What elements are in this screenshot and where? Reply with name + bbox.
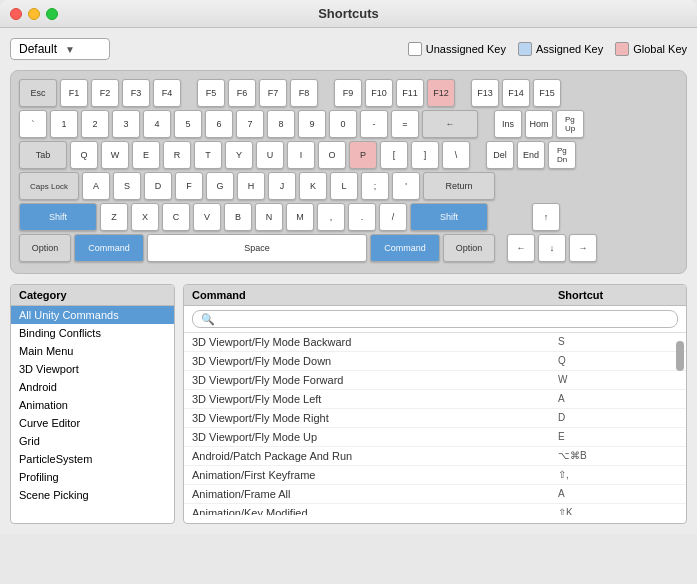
key-f4[interactable]: F4 xyxy=(153,79,181,107)
key-pgdn[interactable]: PgDn xyxy=(548,141,576,169)
key-h[interactable]: H xyxy=(237,172,265,200)
key-f2[interactable]: F2 xyxy=(91,79,119,107)
category-item-android[interactable]: Android xyxy=(11,378,174,396)
key-capslock[interactable]: Caps Lock xyxy=(19,172,79,200)
key-f6[interactable]: F6 xyxy=(228,79,256,107)
key-tab[interactable]: Tab xyxy=(19,141,67,169)
key-delete[interactable]: Del xyxy=(486,141,514,169)
key-k[interactable]: K xyxy=(299,172,327,200)
key-1[interactable]: 1 xyxy=(50,110,78,138)
key-f5[interactable]: F5 xyxy=(197,79,225,107)
key-f1[interactable]: F1 xyxy=(60,79,88,107)
category-item-profiling[interactable]: Profiling xyxy=(11,468,174,486)
key-9[interactable]: 9 xyxy=(298,110,326,138)
key-w[interactable]: W xyxy=(101,141,129,169)
key-period[interactable]: . xyxy=(348,203,376,231)
key-command-left[interactable]: Command xyxy=(74,234,144,262)
key-f[interactable]: F xyxy=(175,172,203,200)
key-i[interactable]: I xyxy=(287,141,315,169)
commands-list[interactable]: 3D Viewport/Fly Mode Backward S 3D Viewp… xyxy=(184,333,686,515)
key-n[interactable]: N xyxy=(255,203,283,231)
key-q[interactable]: Q xyxy=(70,141,98,169)
key-left[interactable]: ← xyxy=(507,234,535,262)
key-f3[interactable]: F3 xyxy=(122,79,150,107)
key-s[interactable]: S xyxy=(113,172,141,200)
key-shift-left[interactable]: Shift xyxy=(19,203,97,231)
key-home[interactable]: Hom xyxy=(525,110,553,138)
key-p[interactable]: P xyxy=(349,141,377,169)
category-item-grid[interactable]: Grid xyxy=(11,432,174,450)
key-4[interactable]: 4 xyxy=(143,110,171,138)
key-f14[interactable]: F14 xyxy=(502,79,530,107)
table-row[interactable]: 3D Viewport/Fly Mode Right D xyxy=(184,409,686,428)
table-row[interactable]: 3D Viewport/Fly Mode Forward W xyxy=(184,371,686,390)
key-x[interactable]: X xyxy=(131,203,159,231)
key-6[interactable]: 6 xyxy=(205,110,233,138)
key-f12[interactable]: F12 xyxy=(427,79,455,107)
key-right[interactable]: → xyxy=(569,234,597,262)
key-m[interactable]: M xyxy=(286,203,314,231)
close-button[interactable] xyxy=(10,8,22,20)
table-row[interactable]: 3D Viewport/Fly Mode Left A xyxy=(184,390,686,409)
key-u[interactable]: U xyxy=(256,141,284,169)
key-option-left[interactable]: Option xyxy=(19,234,71,262)
key-lbracket[interactable]: [ xyxy=(380,141,408,169)
category-list[interactable]: All Unity Commands Binding Conflicts Mai… xyxy=(11,306,174,519)
key-equals[interactable]: = xyxy=(391,110,419,138)
key-semicolon[interactable]: ; xyxy=(361,172,389,200)
preset-dropdown[interactable]: Default ▼ xyxy=(10,38,110,60)
table-row[interactable]: 3D Viewport/Fly Mode Backward S xyxy=(184,333,686,352)
category-item-animation[interactable]: Animation xyxy=(11,396,174,414)
key-f15[interactable]: F15 xyxy=(533,79,561,107)
key-return[interactable]: Return xyxy=(423,172,495,200)
key-down[interactable]: ↓ xyxy=(538,234,566,262)
minimize-button[interactable] xyxy=(28,8,40,20)
key-l[interactable]: L xyxy=(330,172,358,200)
key-backslash[interactable]: \ xyxy=(442,141,470,169)
maximize-button[interactable] xyxy=(46,8,58,20)
key-2[interactable]: 2 xyxy=(81,110,109,138)
key-f10[interactable]: F10 xyxy=(365,79,393,107)
key-comma[interactable]: , xyxy=(317,203,345,231)
table-row[interactable]: Android/Patch Package And Run ⌥⌘B xyxy=(184,447,686,466)
category-item-binding-conflicts[interactable]: Binding Conflicts xyxy=(11,324,174,342)
category-item-particle-system[interactable]: ParticleSystem xyxy=(11,450,174,468)
key-3[interactable]: 3 xyxy=(112,110,140,138)
key-f13[interactable]: F13 xyxy=(471,79,499,107)
category-item-3d-viewport[interactable]: 3D Viewport xyxy=(11,360,174,378)
key-a[interactable]: A xyxy=(82,172,110,200)
scrollbar-thumb[interactable] xyxy=(676,341,684,371)
key-z[interactable]: Z xyxy=(100,203,128,231)
table-row[interactable]: Animation/Frame All A xyxy=(184,485,686,504)
key-minus[interactable]: - xyxy=(360,110,388,138)
key-y[interactable]: Y xyxy=(225,141,253,169)
key-f11[interactable]: F11 xyxy=(396,79,424,107)
search-input[interactable] xyxy=(192,310,678,328)
key-c[interactable]: C xyxy=(162,203,190,231)
key-8[interactable]: 8 xyxy=(267,110,295,138)
key-5[interactable]: 5 xyxy=(174,110,202,138)
key-end[interactable]: End xyxy=(517,141,545,169)
key-o[interactable]: O xyxy=(318,141,346,169)
key-space[interactable]: Space xyxy=(147,234,367,262)
key-j[interactable]: J xyxy=(268,172,296,200)
key-shift-right[interactable]: Shift xyxy=(410,203,488,231)
key-backtick[interactable]: ` xyxy=(19,110,47,138)
table-row[interactable]: Animation/Key Modified ⇧K xyxy=(184,504,686,515)
key-f7[interactable]: F7 xyxy=(259,79,287,107)
key-v[interactable]: V xyxy=(193,203,221,231)
key-r[interactable]: R xyxy=(163,141,191,169)
key-command-right[interactable]: Command xyxy=(370,234,440,262)
table-row[interactable]: Animation/First Keyframe ⇧, xyxy=(184,466,686,485)
key-option-right[interactable]: Option xyxy=(443,234,495,262)
key-d[interactable]: D xyxy=(144,172,172,200)
key-7[interactable]: 7 xyxy=(236,110,264,138)
key-backspace[interactable]: ← xyxy=(422,110,478,138)
key-insert[interactable]: Ins xyxy=(494,110,522,138)
key-slash[interactable]: / xyxy=(379,203,407,231)
key-g[interactable]: G xyxy=(206,172,234,200)
category-item-scene-picking[interactable]: Scene Picking xyxy=(11,486,174,504)
key-f9[interactable]: F9 xyxy=(334,79,362,107)
key-0[interactable]: 0 xyxy=(329,110,357,138)
key-rbracket[interactable]: ] xyxy=(411,141,439,169)
